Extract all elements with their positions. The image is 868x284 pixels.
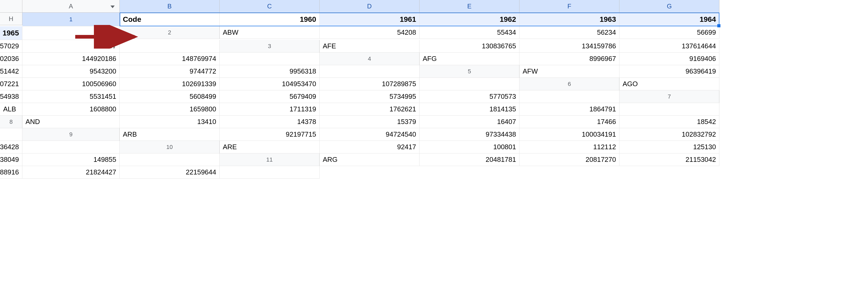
- cell-F1[interactable]: 1964: [619, 12, 719, 26]
- cell-A11[interactable]: ARG: [319, 153, 420, 166]
- cell-A5[interactable]: AFW: [520, 65, 619, 78]
- cell-C3[interactable]: 134159786: [520, 40, 619, 52]
- cell-E9[interactable]: 100034191: [520, 128, 619, 141]
- col-header-D[interactable]: D: [319, 0, 420, 12]
- row-header-7[interactable]: 7: [619, 91, 719, 103]
- cell-H1[interactable]: [22, 26, 120, 40]
- cell-B2[interactable]: 54208: [319, 26, 420, 39]
- cell-H5[interactable]: [420, 78, 520, 91]
- cell-D8[interactable]: 15379: [319, 116, 420, 128]
- cell-E1[interactable]: 1963: [520, 12, 619, 26]
- cell-F7[interactable]: 1814135: [420, 103, 520, 116]
- cell-E11[interactable]: 21488916: [0, 166, 22, 179]
- row-header-11[interactable]: 11: [220, 153, 319, 166]
- cell-C6[interactable]: 5531451: [22, 91, 120, 103]
- cell-D11[interactable]: 21153042: [619, 153, 719, 166]
- cell-A4[interactable]: AFG: [420, 52, 520, 65]
- row-header-5[interactable]: 5: [420, 65, 520, 78]
- cell-A2[interactable]: ABW: [220, 26, 319, 39]
- cell-D6[interactable]: 5608499: [120, 91, 220, 103]
- row-header-6[interactable]: 6: [520, 78, 619, 91]
- cell-A1[interactable]: Code: [120, 12, 220, 26]
- cell-F4[interactable]: 9744772: [120, 65, 220, 78]
- cell-C2[interactable]: 55434: [420, 26, 520, 39]
- col-header-B[interactable]: B: [120, 0, 220, 12]
- cell-C9[interactable]: 94724540: [319, 128, 420, 141]
- cell-C8[interactable]: 14378: [220, 116, 319, 128]
- cell-H4[interactable]: [319, 65, 420, 78]
- col-header-G[interactable]: G: [619, 0, 719, 12]
- cell-G11[interactable]: 22159644: [120, 166, 220, 179]
- col-header-C[interactable]: C: [220, 0, 319, 12]
- cell-F8[interactable]: 17466: [520, 116, 619, 128]
- cell-E3[interactable]: 141202036: [0, 52, 22, 65]
- cell-B9[interactable]: 92197715: [220, 128, 319, 141]
- cell-E6[interactable]: 5679409: [220, 91, 319, 103]
- cell-A7[interactable]: ALB: [0, 103, 22, 116]
- cell-E5[interactable]: 102691339: [120, 78, 220, 91]
- col-header-E[interactable]: E: [420, 0, 520, 12]
- cell-D2[interactable]: 56234: [520, 26, 619, 39]
- cell-H9[interactable]: [22, 141, 120, 153]
- cell-D7[interactable]: 1711319: [220, 103, 319, 116]
- cell-B1[interactable]: 1960: [220, 12, 319, 26]
- cell-E10[interactable]: 125130: [619, 141, 719, 153]
- cell-C1[interactable]: 1961: [319, 12, 420, 26]
- cell-F11[interactable]: 21824427: [22, 166, 120, 179]
- cell-A6[interactable]: AGO: [619, 78, 719, 91]
- cell-F3[interactable]: 144920186: [22, 52, 120, 65]
- select-all-corner[interactable]: [0, 0, 22, 12]
- cell-D10[interactable]: 112112: [520, 141, 619, 153]
- cell-C4[interactable]: 9169406: [619, 52, 719, 65]
- cell-H3[interactable]: [220, 52, 319, 65]
- cell-G6[interactable]: 5770573: [420, 91, 520, 103]
- cell-E7[interactable]: 1762621: [319, 103, 420, 116]
- cell-C7[interactable]: 1659800: [120, 103, 220, 116]
- cell-H11[interactable]: [220, 166, 319, 179]
- cell-D4[interactable]: 9351442: [0, 65, 22, 78]
- cell-F10[interactable]: 138049: [0, 153, 22, 166]
- col-header-F[interactable]: F: [520, 0, 619, 12]
- cell-B10[interactable]: 92417: [319, 141, 420, 153]
- spreadsheet-grid[interactable]: A B C D E F G H 1 Code 1960 1961 1962 19…: [0, 0, 868, 179]
- cell-G2[interactable]: 57357: [22, 40, 120, 52]
- cell-G9[interactable]: 105736428: [0, 141, 22, 153]
- row-header-10[interactable]: 10: [120, 141, 220, 153]
- cell-B4[interactable]: 8996967: [520, 52, 619, 65]
- cell-B11[interactable]: 20481781: [420, 153, 520, 166]
- cell-H10[interactable]: [120, 153, 220, 166]
- cell-C5[interactable]: 98407221: [0, 78, 22, 91]
- cell-H7[interactable]: [619, 103, 719, 116]
- cell-B8[interactable]: 13410: [120, 116, 220, 128]
- row-header-1[interactable]: 1: [22, 12, 120, 26]
- cell-C10[interactable]: 100801: [420, 141, 520, 153]
- row-header-9[interactable]: 9: [22, 128, 120, 141]
- row-header-2[interactable]: 2: [120, 26, 220, 39]
- cell-G5[interactable]: 107289875: [319, 78, 420, 91]
- col-header-H[interactable]: H: [0, 12, 22, 25]
- cell-F5[interactable]: 104953470: [220, 78, 319, 91]
- cell-G1[interactable]: 1965: [0, 26, 22, 40]
- cell-H6[interactable]: [520, 91, 619, 103]
- row-header-8[interactable]: 8: [0, 116, 22, 128]
- cell-G8[interactable]: 18542: [619, 116, 719, 128]
- cell-E4[interactable]: 9543200: [22, 65, 120, 78]
- cell-D3[interactable]: 137614644: [619, 40, 719, 52]
- cell-F6[interactable]: 5734995: [319, 91, 420, 103]
- cell-D5[interactable]: 100506960: [22, 78, 120, 91]
- row-header-3[interactable]: 3: [220, 40, 319, 52]
- row-header-4[interactable]: 4: [319, 52, 420, 65]
- cell-D1[interactable]: 1962: [420, 12, 520, 26]
- cell-C11[interactable]: 20817270: [520, 153, 619, 166]
- cell-G4[interactable]: 9956318: [220, 65, 319, 78]
- cell-A3[interactable]: AFE: [319, 40, 420, 52]
- cell-A9[interactable]: ARB: [120, 128, 220, 141]
- cell-H8[interactable]: [0, 128, 22, 141]
- cell-B6[interactable]: 5454938: [0, 91, 22, 103]
- cell-B5[interactable]: 96396419: [619, 65, 719, 78]
- filter-dropdown-icon[interactable]: [111, 5, 115, 8]
- cell-E8[interactable]: 16407: [420, 116, 520, 128]
- cell-G3[interactable]: 148769974: [120, 52, 220, 65]
- col-header-A[interactable]: A: [22, 0, 120, 12]
- cell-A8[interactable]: AND: [22, 116, 120, 128]
